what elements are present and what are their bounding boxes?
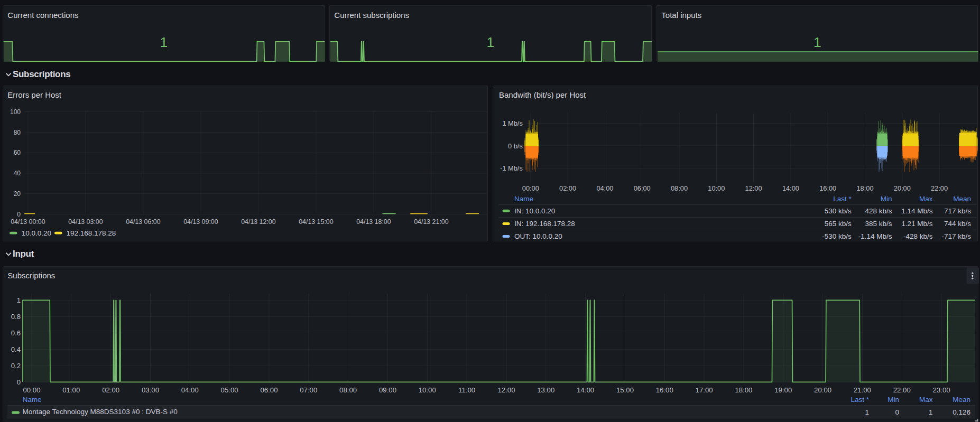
svg-text:07:00: 07:00 <box>300 386 317 394</box>
svg-text:12:00: 12:00 <box>497 386 515 394</box>
svg-text:Mean: Mean <box>953 194 971 202</box>
svg-text:1.21 Mb/s: 1.21 Mb/s <box>901 220 933 228</box>
svg-text:Subscriptions: Subscriptions <box>7 271 55 280</box>
svg-text:01:00: 01:00 <box>62 386 80 394</box>
svg-text:0.2: 0.2 <box>11 362 21 370</box>
svg-text:1: 1 <box>17 296 21 304</box>
svg-text:1: 1 <box>865 408 869 416</box>
svg-text:-717 kb/s: -717 kb/s <box>941 232 971 240</box>
svg-text:11:00: 11:00 <box>458 386 475 394</box>
svg-text:20: 20 <box>14 190 21 198</box>
svg-text:Last *: Last * <box>833 194 852 202</box>
svg-text:14:00: 14:00 <box>782 184 799 192</box>
svg-text:04:00: 04:00 <box>181 386 199 394</box>
svg-text:04/13 21:00: 04/13 21:00 <box>414 218 449 226</box>
svg-text:Mean: Mean <box>953 396 970 404</box>
svg-text:05:00: 05:00 <box>221 386 238 394</box>
svg-text:04/13 09:00: 04/13 09:00 <box>183 218 218 226</box>
svg-text:385 kb/s: 385 kb/s <box>865 220 892 228</box>
svg-text:03:00: 03:00 <box>142 386 159 394</box>
svg-text:16:00: 16:00 <box>656 386 673 394</box>
svg-text:717 kb/s: 717 kb/s <box>944 207 970 215</box>
svg-text:1: 1 <box>160 34 168 50</box>
svg-text:Total inputs: Total inputs <box>661 11 701 20</box>
svg-text:08:00: 08:00 <box>339 386 357 394</box>
svg-text:40: 40 <box>14 170 21 177</box>
svg-text:00:00: 00:00 <box>23 386 40 394</box>
svg-text:04/13 06:00: 04/13 06:00 <box>126 218 161 226</box>
svg-text:06:00: 06:00 <box>633 184 650 192</box>
svg-text:02:00: 02:00 <box>559 184 576 192</box>
svg-text:100: 100 <box>10 108 21 115</box>
svg-text:1: 1 <box>813 34 821 50</box>
svg-text:Bandwith (bit/s) per Host: Bandwith (bit/s) per Host <box>499 90 586 99</box>
svg-text:22:00: 22:00 <box>931 184 948 192</box>
svg-text:04/13 03:00: 04/13 03:00 <box>68 218 103 226</box>
svg-text:OUT: 10.0.0.20: OUT: 10.0.0.20 <box>514 232 562 240</box>
svg-text:12:00: 12:00 <box>745 184 762 192</box>
svg-text:17:00: 17:00 <box>696 386 713 394</box>
svg-text:0: 0 <box>895 408 899 416</box>
svg-text:06:00: 06:00 <box>260 386 278 394</box>
svg-text:18:00: 18:00 <box>856 184 873 192</box>
svg-text:13:00: 13:00 <box>537 386 554 394</box>
svg-text:Max: Max <box>919 396 933 404</box>
svg-text:18:00: 18:00 <box>735 386 752 394</box>
svg-text:60: 60 <box>14 149 21 156</box>
svg-text:1: 1 <box>929 408 933 416</box>
svg-text:0: 0 <box>17 210 21 218</box>
svg-text:0.6: 0.6 <box>11 329 21 337</box>
svg-text:10:00: 10:00 <box>708 184 725 192</box>
svg-text:04/13 18:00: 04/13 18:00 <box>356 218 391 226</box>
svg-text:20:00: 20:00 <box>814 386 831 394</box>
svg-text:80: 80 <box>14 128 21 136</box>
svg-text:0.8: 0.8 <box>11 313 21 321</box>
svg-text:16:00: 16:00 <box>819 184 836 192</box>
svg-text:00:00: 00:00 <box>522 184 539 192</box>
svg-text:Errors per Host: Errors per Host <box>7 90 62 99</box>
svg-text:0.126: 0.126 <box>953 408 970 416</box>
svg-text:14:00: 14:00 <box>577 386 594 394</box>
svg-text:04/13 12:00: 04/13 12:00 <box>241 218 276 226</box>
svg-text:0.4: 0.4 <box>11 345 21 353</box>
svg-text:Name: Name <box>514 194 533 202</box>
svg-text:IN: 192.168.178.28: IN: 192.168.178.28 <box>514 220 575 228</box>
svg-text:23:00: 23:00 <box>933 386 950 394</box>
svg-text:04/13 00:00: 04/13 00:00 <box>11 218 45 226</box>
svg-text:192.168.178.28: 192.168.178.28 <box>66 229 116 237</box>
svg-text:04/13 15:00: 04/13 15:00 <box>299 218 334 226</box>
svg-text:10:00: 10:00 <box>419 386 436 394</box>
svg-text:0 b/s: 0 b/s <box>508 142 523 149</box>
svg-text:744 kb/s: 744 kb/s <box>944 220 970 228</box>
svg-text:08:00: 08:00 <box>670 184 687 192</box>
svg-text:-1.14 Mb/s: -1.14 Mb/s <box>858 232 892 240</box>
svg-text:-530 kb/s: -530 kb/s <box>822 232 852 240</box>
svg-text:0: 0 <box>17 378 21 386</box>
svg-text:565 kb/s: 565 kb/s <box>824 220 851 228</box>
svg-text:Current subscriptions: Current subscriptions <box>335 11 410 20</box>
svg-text:21:00: 21:00 <box>854 386 871 394</box>
svg-text:10.0.0.20: 10.0.0.20 <box>22 229 51 237</box>
svg-text:-428 kb/s: -428 kb/s <box>903 232 932 240</box>
svg-text:Current connections: Current connections <box>7 11 78 20</box>
svg-text:1: 1 <box>487 34 495 50</box>
svg-text:IN: 10.0.0.20: IN: 10.0.0.20 <box>514 207 555 215</box>
svg-text:Min: Min <box>880 194 892 202</box>
svg-text:02:00: 02:00 <box>102 386 119 394</box>
svg-text:19:00: 19:00 <box>774 386 792 394</box>
svg-text:428 kb/s: 428 kb/s <box>865 207 892 215</box>
svg-text:Min: Min <box>887 396 899 404</box>
svg-text:530 kb/s: 530 kb/s <box>824 207 851 215</box>
svg-text:20:00: 20:00 <box>893 184 910 192</box>
svg-text:1.14 Mb/s: 1.14 Mb/s <box>901 207 933 215</box>
svg-text:-1 Mb/s: -1 Mb/s <box>500 164 523 172</box>
svg-text:Name: Name <box>23 396 42 404</box>
svg-text:1 Mb/s: 1 Mb/s <box>502 119 522 127</box>
svg-text:Max: Max <box>919 194 932 202</box>
svg-text:15:00: 15:00 <box>616 386 634 394</box>
svg-text:09:00: 09:00 <box>379 386 396 394</box>
svg-text:22:00: 22:00 <box>893 386 911 394</box>
svg-text:04:00: 04:00 <box>596 184 613 192</box>
svg-text:Last *: Last * <box>850 396 869 404</box>
svg-text:Montage Technology M88DS3103 #: Montage Technology M88DS3103 #0 : DVB-S … <box>23 408 178 416</box>
